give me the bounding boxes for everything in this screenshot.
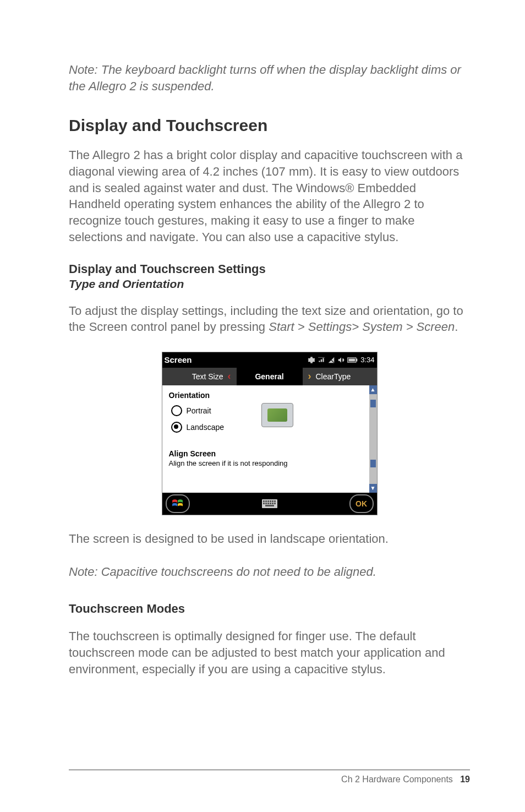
footer-page-number: 19 (460, 775, 470, 784)
windows-flag-icon (172, 499, 184, 509)
footer-chapter: Ch 2 Hardware Components (341, 775, 453, 784)
ok-button-label: OK (356, 499, 367, 508)
chevron-right-icon: › (308, 370, 311, 382)
softkey-bar: OK (162, 493, 377, 515)
tab-text-size[interactable]: Text Size ‹ (162, 368, 237, 385)
note-backlight: Note: The keyboard backlight turns off w… (69, 62, 470, 94)
start-button[interactable] (166, 494, 190, 513)
tab-cleartype[interactable]: › ClearType (303, 368, 377, 385)
tab-cleartype-label: ClearType (316, 372, 351, 381)
svg-rect-5 (263, 500, 265, 502)
body-touchscreen-modes: The touchscreen is optimally designed fo… (69, 628, 470, 677)
scroll-up-icon[interactable]: ▲ (369, 385, 377, 394)
screenshot-container: Screen 3:34 Text Size ‹ General (69, 352, 470, 515)
connection-icon (318, 356, 325, 364)
heading-type-orientation: Type and Orientation (69, 277, 470, 291)
status-icons: 3:34 (308, 356, 374, 364)
radio-landscape-label: Landscape (187, 423, 225, 432)
keyboard-icon (262, 499, 277, 508)
page-footer: Ch 2 Hardware Components 19 (69, 770, 470, 784)
svg-rect-12 (265, 503, 267, 504)
gear-icon (308, 356, 315, 364)
scroll-down-icon[interactable]: ▼ (369, 484, 377, 493)
titlebar-title: Screen (165, 355, 192, 364)
caption-landscape: The screen is designed to be used in lan… (69, 531, 470, 547)
svg-rect-3 (349, 358, 356, 361)
body-type-orientation: To adjust the display settings, includin… (69, 303, 470, 335)
svg-rect-16 (274, 503, 276, 504)
tabs-row: Text Size ‹ General › ClearType (162, 368, 377, 385)
orientation-heading: Orientation (169, 391, 370, 400)
scroll-track[interactable] (369, 394, 377, 484)
svg-rect-15 (272, 503, 274, 504)
status-time: 3:34 (360, 356, 374, 364)
nav-path: Start > Settings> System > Screen (269, 320, 455, 334)
svg-rect-9 (272, 500, 274, 502)
heading-display-touchscreen: Display and Touchscreen (69, 116, 470, 135)
svg-rect-10 (274, 500, 276, 502)
speaker-icon (337, 356, 345, 364)
titlebar: Screen 3:34 (162, 352, 377, 368)
svg-rect-7 (267, 500, 269, 502)
svg-rect-8 (270, 500, 271, 502)
svg-rect-2 (356, 358, 358, 361)
svg-rect-14 (270, 503, 271, 504)
signal-icon (327, 356, 335, 364)
ok-button[interactable]: OK (349, 494, 374, 513)
radio-circle-checked-icon (171, 422, 182, 433)
screen-settings-screenshot: Screen 3:34 Text Size ‹ General (162, 352, 378, 515)
chevron-left-icon: ‹ (228, 370, 231, 382)
svg-rect-6 (265, 500, 267, 502)
note-align: Note: Capacitive touchscreens do not nee… (69, 564, 470, 580)
heading-touchscreen-modes: Touchscreen Modes (69, 602, 470, 616)
battery-icon (347, 357, 358, 363)
svg-rect-13 (267, 503, 269, 504)
body-display-touchscreen: The Allegro 2 has a bright color display… (69, 147, 470, 245)
tab-general[interactable]: General (237, 368, 303, 385)
heading-settings: Display and Touchscreen Settings (69, 262, 470, 276)
svg-rect-17 (265, 505, 274, 506)
align-screen-heading: Align Screen (169, 449, 370, 458)
scrollbar[interactable]: ▲ ▼ (369, 385, 377, 493)
radio-circle-icon (171, 405, 182, 416)
scroll-thumb[interactable] (370, 460, 376, 467)
svg-rect-11 (263, 503, 265, 504)
keyboard-button[interactable] (259, 497, 281, 511)
body-type-orientation-post: . (455, 320, 458, 334)
scroll-thumb[interactable] (370, 400, 376, 407)
tab-text-size-label: Text Size (192, 372, 223, 381)
display-preview-icon (261, 403, 293, 427)
settings-panel: Orientation Portrait Landscape Align Scr… (162, 385, 377, 493)
tab-general-label: General (255, 372, 283, 381)
align-screen-subtext: Align the screen if it is not responding (169, 459, 370, 467)
radio-portrait-label: Portrait (187, 406, 211, 415)
